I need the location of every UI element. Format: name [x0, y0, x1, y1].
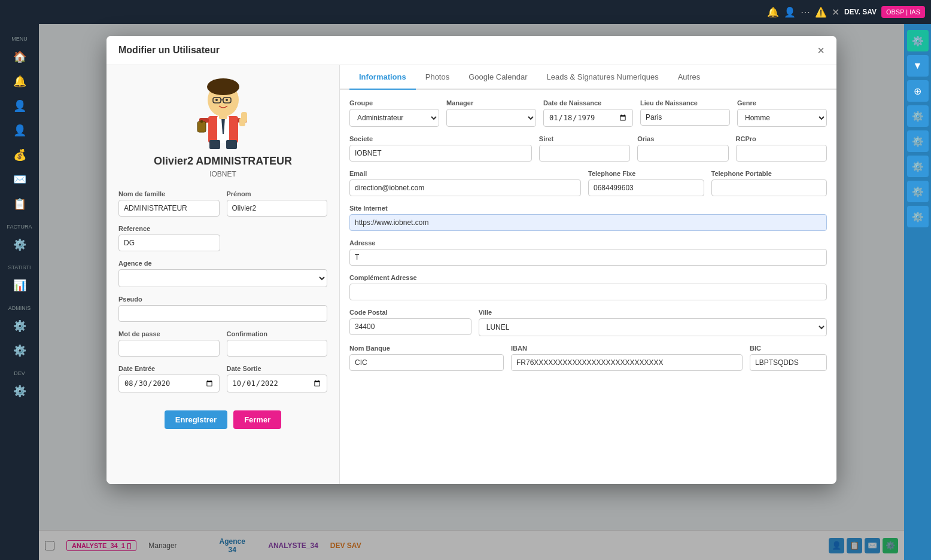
sidebar-item-reports[interactable]: 📋	[5, 193, 35, 215]
email-input[interactable]	[349, 179, 581, 196]
sidebar-item-users[interactable]: 👤	[5, 95, 35, 117]
date-naissance-label: Date de Naissance	[543, 99, 633, 106]
adresse-input[interactable]	[349, 249, 827, 266]
date-entree-input[interactable]	[118, 375, 220, 392]
tab-leads[interactable]: Leads & Signatures Numeriques	[537, 65, 668, 90]
lieu-naissance-label: Lieu de Naissance	[640, 99, 730, 106]
sidebar-item-finance[interactable]: 💰	[5, 144, 35, 166]
rcpro-label: RCPro	[736, 135, 827, 142]
telephone-fixe-input[interactable]	[588, 179, 704, 196]
date-sortie-input[interactable]	[227, 375, 328, 392]
row-societe: Societe Siret Orias RCPro	[349, 135, 827, 162]
user-icon[interactable]: 👤	[784, 7, 796, 18]
date-entree-group: Date Entrée	[118, 365, 220, 392]
svg-rect-13	[200, 120, 203, 123]
svg-rect-17	[209, 140, 220, 149]
dates-row: Date Entrée Date Sortie	[118, 365, 327, 392]
fermer-button[interactable]: Fermer	[233, 410, 281, 429]
date-naissance-input[interactable]	[543, 109, 633, 127]
enregistrer-button[interactable]: Enregistrer	[165, 410, 227, 429]
nom-banque-input[interactable]	[349, 354, 504, 371]
right-icon-gear4[interactable]: ⚙️	[907, 181, 929, 202]
sidebar-item-admin1[interactable]: ⚙️	[5, 315, 35, 337]
iban-input[interactable]	[511, 354, 743, 371]
row-site: Site Internet	[349, 205, 827, 231]
tab-autres[interactable]: Autres	[668, 65, 710, 90]
genre-label: Genre	[737, 99, 827, 106]
sidebar-item-factura[interactable]: ⚙️	[5, 234, 35, 255]
row-adresse: Adresse	[349, 239, 827, 266]
nom-famille-group: Nom de famille	[118, 190, 220, 217]
confirmation-input[interactable]	[227, 340, 328, 357]
right-icon-expand[interactable]: ▼	[907, 55, 929, 77]
agence-select[interactable]	[118, 269, 327, 287]
code-postal-input[interactable]	[349, 318, 471, 335]
sidebar-item-admin2[interactable]: ⚙️	[5, 340, 35, 361]
statisti-label: STATISTI	[0, 264, 39, 270]
prenom-input[interactable]	[227, 200, 328, 217]
manager-label: Manager	[446, 99, 536, 106]
svg-point-9	[215, 99, 218, 101]
orias-label: Orias	[637, 135, 728, 142]
nom-famille-label: Nom de famille	[118, 190, 220, 197]
siret-group: Siret	[539, 135, 630, 162]
reference-input[interactable]	[118, 235, 220, 251]
dev-label: DEV	[0, 370, 39, 376]
tab-photos[interactable]: Photos	[416, 65, 459, 90]
row-banque: Nom Banque IBAN BIC	[349, 345, 827, 371]
sidebar-item-alerts[interactable]: 🔔	[5, 71, 35, 92]
obsp-button[interactable]: OBSP | IAS	[881, 6, 925, 18]
pseudo-input[interactable]	[118, 305, 327, 322]
right-icon-plus[interactable]: ⊕	[907, 80, 929, 102]
rcpro-input[interactable]	[736, 145, 827, 162]
right-icon-gear5[interactable]: ⚙️	[907, 206, 929, 227]
right-form-content: Groupe Administrateur Manager	[340, 90, 836, 484]
telephone-portable-input[interactable]	[711, 179, 827, 196]
right-icon-settings[interactable]: ⚙️	[907, 30, 929, 51]
societe-input[interactable]	[349, 145, 532, 162]
lieu-naissance-input[interactable]	[640, 109, 730, 126]
user-org: IOBNET	[209, 170, 236, 178]
genre-group: Genre Homme Femme	[737, 99, 827, 127]
orias-input[interactable]	[637, 145, 728, 162]
site-internet-input[interactable]	[349, 214, 827, 231]
email-group: Email	[349, 170, 581, 196]
name-row: Nom de famille Prénom	[118, 190, 327, 217]
date-sortie-group: Date Sortie	[227, 365, 328, 392]
tab-google-calendar[interactable]: Google Calendar	[459, 65, 537, 90]
societe-label: Societe	[349, 135, 532, 142]
siret-input[interactable]	[539, 145, 630, 162]
genre-select[interactable]: Homme Femme	[737, 109, 827, 127]
row-email: Email Telephone Fixe Telephone Portable	[349, 170, 827, 196]
modal-close-button[interactable]: ×	[817, 44, 824, 56]
sidebar-item-mail[interactable]: ✉️	[5, 169, 35, 190]
manager-select[interactable]	[446, 109, 536, 127]
agence-label: Agence de	[118, 260, 327, 267]
complement-adresse-input[interactable]	[349, 284, 827, 300]
bell-icon[interactable]: 🔔	[767, 7, 779, 18]
code-postal-group: Code Postal	[349, 309, 471, 336]
bic-input[interactable]	[750, 354, 827, 371]
tab-informations[interactable]: Informations	[349, 65, 416, 90]
ville-select[interactable]: LUNEL	[479, 318, 827, 336]
sidebar-item-dev[interactable]: ⚙️	[5, 381, 35, 402]
bic-label: BIC	[750, 345, 827, 352]
mot-de-passe-input[interactable]	[118, 340, 220, 357]
close-icon-top[interactable]: ✕	[832, 7, 839, 18]
complement-adresse-label: Complément Adresse	[349, 274, 827, 281]
telephone-fixe-label: Telephone Fixe	[588, 170, 704, 177]
nom-famille-input[interactable]	[118, 200, 220, 217]
dots-icon[interactable]: ⋯	[801, 7, 810, 18]
right-icon-gear1[interactable]: ⚙️	[907, 105, 929, 127]
groupe-select[interactable]: Administrateur	[349, 109, 439, 127]
sidebar-item-home[interactable]: 🏠	[5, 46, 35, 68]
sidebar-item-stats[interactable]: 📊	[5, 275, 35, 296]
sidebar-item-add-user[interactable]: 👤	[5, 120, 35, 141]
mot-de-passe-group: Mot de passe	[118, 330, 220, 357]
right-icon-gear2[interactable]: ⚙️	[907, 130, 929, 152]
svg-point-10	[226, 99, 228, 101]
rcpro-group: RCPro	[736, 135, 827, 162]
orias-group: Orias	[637, 135, 728, 162]
iban-group: IBAN	[511, 345, 743, 371]
right-icon-gear3[interactable]: ⚙️	[907, 156, 929, 177]
